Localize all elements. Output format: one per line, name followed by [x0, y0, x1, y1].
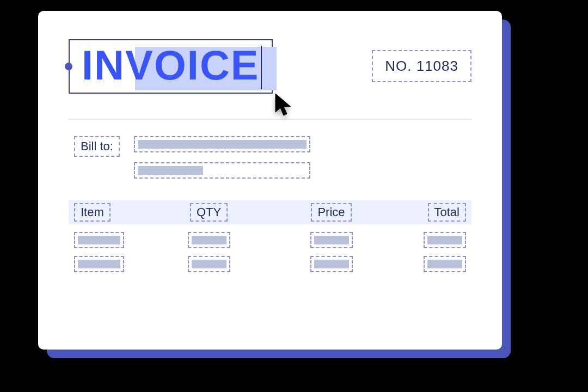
- table-header-row: Item QTY Price Total: [69, 200, 471, 224]
- table-row: [69, 224, 471, 248]
- table-row: [69, 248, 471, 272]
- placeholder-bar: [192, 236, 226, 244]
- placeholder-bar: [78, 260, 120, 268]
- col-qty-text: QTY: [197, 205, 221, 219]
- invoice-number-text: NO. 11083: [385, 58, 458, 74]
- placeholder-bar: [314, 260, 349, 268]
- cell-price[interactable]: [310, 232, 353, 248]
- bill-to-section: Bill to:: [74, 136, 471, 179]
- col-total[interactable]: Total: [428, 203, 466, 222]
- placeholder-bar: [427, 236, 462, 244]
- col-price[interactable]: Price: [311, 203, 351, 222]
- invoice-title-text: INVOICE: [82, 42, 260, 88]
- placeholder-bar: [78, 236, 120, 244]
- cell-total[interactable]: [424, 256, 466, 272]
- bill-to-line-1[interactable]: [134, 136, 310, 152]
- bill-to-line-2[interactable]: [134, 162, 310, 179]
- col-item[interactable]: Item: [74, 203, 111, 222]
- resize-handle-left-icon[interactable]: [65, 63, 72, 70]
- bill-to-label-text: Bill to:: [81, 139, 113, 153]
- items-table: Item QTY Price Total: [69, 200, 471, 272]
- cell-item[interactable]: [74, 256, 124, 272]
- mouse-cursor-icon: [273, 93, 295, 118]
- placeholder-bar: [427, 260, 462, 268]
- invoice-number-field[interactable]: NO. 11083: [372, 50, 471, 82]
- divider-line: [69, 119, 471, 120]
- title-edit-box[interactable]: INVOICE: [69, 39, 273, 94]
- invoice-title[interactable]: INVOICE: [82, 45, 260, 86]
- cell-qty[interactable]: [188, 232, 230, 248]
- cell-price[interactable]: [310, 256, 353, 272]
- col-total-text: Total: [434, 205, 460, 219]
- bill-to-label[interactable]: Bill to:: [74, 136, 120, 157]
- cell-item[interactable]: [74, 232, 124, 248]
- col-price-text: Price: [317, 205, 345, 219]
- bill-to-fields: [134, 136, 310, 179]
- text-caret-icon: [261, 46, 262, 89]
- cell-total[interactable]: [424, 232, 466, 248]
- col-qty[interactable]: QTY: [190, 203, 228, 222]
- placeholder-bar: [192, 260, 226, 268]
- placeholder-bar: [138, 166, 203, 175]
- placeholder-bar: [138, 140, 307, 149]
- placeholder-bar: [314, 236, 349, 244]
- col-item-text: Item: [81, 205, 104, 219]
- cell-qty[interactable]: [188, 256, 230, 272]
- header-area: INVOICE NO. 11083: [69, 39, 471, 94]
- invoice-card: INVOICE NO. 11083 Bill to: Item QTY Pric…: [38, 11, 502, 350]
